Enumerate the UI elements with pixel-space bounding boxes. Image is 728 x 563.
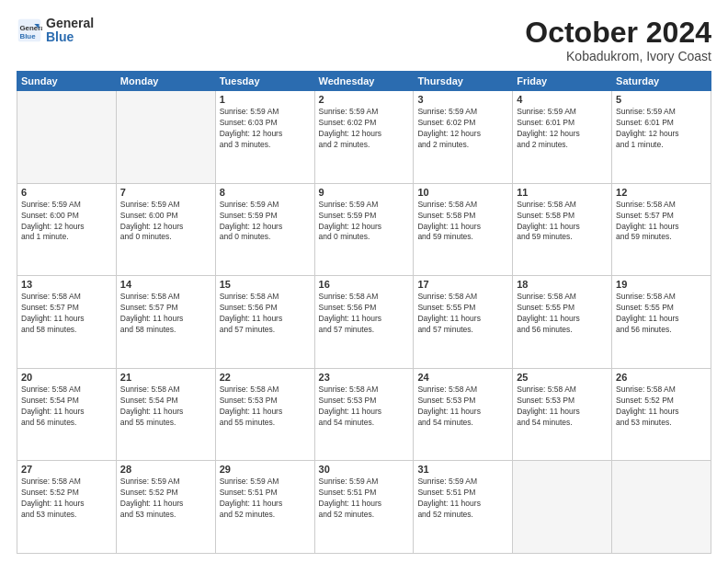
cell-w3-d1: 13Sunrise: 5:58 AM Sunset: 5:57 PM Dayli… xyxy=(17,276,117,369)
day-info: Sunrise: 5:59 AM Sunset: 5:59 PM Dayligh… xyxy=(319,200,410,244)
day-number: 21 xyxy=(120,372,211,383)
col-tuesday: Tuesday xyxy=(215,72,314,91)
day-number: 18 xyxy=(517,279,608,290)
day-info: Sunrise: 5:59 AM Sunset: 6:01 PM Dayligh… xyxy=(517,107,608,151)
cell-w5-d7 xyxy=(612,461,711,554)
cell-w4-d3: 22Sunrise: 5:58 AM Sunset: 5:53 PM Dayli… xyxy=(215,368,314,461)
day-number: 17 xyxy=(417,279,508,290)
day-info: Sunrise: 5:58 AM Sunset: 5:53 PM Dayligh… xyxy=(319,385,410,429)
day-info: Sunrise: 5:59 AM Sunset: 5:51 PM Dayligh… xyxy=(220,477,311,521)
day-number: 24 xyxy=(417,372,508,383)
cell-w4-d4: 23Sunrise: 5:58 AM Sunset: 5:53 PM Dayli… xyxy=(314,368,414,461)
cell-w5-d3: 29Sunrise: 5:59 AM Sunset: 5:51 PM Dayli… xyxy=(215,461,314,554)
day-info: Sunrise: 5:59 AM Sunset: 6:02 PM Dayligh… xyxy=(417,107,508,151)
cell-w3-d7: 19Sunrise: 5:58 AM Sunset: 5:55 PM Dayli… xyxy=(612,276,711,369)
col-thursday: Thursday xyxy=(414,72,513,91)
calendar-page: General Blue General Blue October 2024 K… xyxy=(0,0,728,563)
cell-w4-d1: 20Sunrise: 5:58 AM Sunset: 5:54 PM Dayli… xyxy=(17,368,117,461)
day-number: 1 xyxy=(220,94,311,105)
day-number: 4 xyxy=(517,94,608,105)
day-info: Sunrise: 5:58 AM Sunset: 5:57 PM Dayligh… xyxy=(616,200,707,244)
day-number: 25 xyxy=(517,372,608,383)
day-number: 10 xyxy=(417,187,508,198)
svg-text:Blue: Blue xyxy=(20,32,37,40)
cell-w2-d3: 8Sunrise: 5:59 AM Sunset: 5:59 PM Daylig… xyxy=(215,183,314,276)
main-title: October 2024 xyxy=(525,17,711,49)
day-info: Sunrise: 5:58 AM Sunset: 5:54 PM Dayligh… xyxy=(21,385,112,429)
calendar-header-row: Sunday Monday Tuesday Wednesday Thursday… xyxy=(17,72,711,91)
day-number: 29 xyxy=(220,464,311,475)
cell-w4-d5: 24Sunrise: 5:58 AM Sunset: 5:53 PM Dayli… xyxy=(414,368,513,461)
day-info: Sunrise: 5:59 AM Sunset: 6:02 PM Dayligh… xyxy=(319,107,410,151)
header: General Blue General Blue October 2024 K… xyxy=(17,17,711,63)
week-row-1: 1Sunrise: 5:59 AM Sunset: 6:03 PM Daylig… xyxy=(17,91,711,184)
day-info: Sunrise: 5:58 AM Sunset: 5:56 PM Dayligh… xyxy=(319,292,410,336)
day-info: Sunrise: 5:59 AM Sunset: 6:00 PM Dayligh… xyxy=(21,200,112,244)
day-number: 31 xyxy=(417,464,508,475)
day-info: Sunrise: 5:58 AM Sunset: 5:55 PM Dayligh… xyxy=(616,292,707,336)
cell-w4-d7: 26Sunrise: 5:58 AM Sunset: 5:52 PM Dayli… xyxy=(612,368,711,461)
day-number: 23 xyxy=(319,372,410,383)
day-number: 14 xyxy=(120,279,211,290)
cell-w4-d6: 25Sunrise: 5:58 AM Sunset: 5:53 PM Dayli… xyxy=(513,368,612,461)
day-number: 26 xyxy=(616,372,707,383)
cell-w1-d7: 5Sunrise: 5:59 AM Sunset: 6:01 PM Daylig… xyxy=(612,91,711,184)
day-number: 8 xyxy=(220,187,311,198)
cell-w3-d6: 18Sunrise: 5:58 AM Sunset: 5:55 PM Dayli… xyxy=(513,276,612,369)
cell-w5-d2: 28Sunrise: 5:59 AM Sunset: 5:52 PM Dayli… xyxy=(116,461,215,554)
cell-w3-d3: 15Sunrise: 5:58 AM Sunset: 5:56 PM Dayli… xyxy=(215,276,314,369)
cell-w4-d2: 21Sunrise: 5:58 AM Sunset: 5:54 PM Dayli… xyxy=(116,368,215,461)
day-info: Sunrise: 5:59 AM Sunset: 5:51 PM Dayligh… xyxy=(417,477,508,521)
col-sunday: Sunday xyxy=(17,72,117,91)
cell-w3-d4: 16Sunrise: 5:58 AM Sunset: 5:56 PM Dayli… xyxy=(314,276,414,369)
cell-w1-d1 xyxy=(17,91,117,184)
day-info: Sunrise: 5:59 AM Sunset: 5:52 PM Dayligh… xyxy=(120,477,211,521)
day-info: Sunrise: 5:58 AM Sunset: 5:53 PM Dayligh… xyxy=(517,385,608,429)
day-info: Sunrise: 5:59 AM Sunset: 5:59 PM Dayligh… xyxy=(220,200,311,244)
day-info: Sunrise: 5:58 AM Sunset: 5:58 PM Dayligh… xyxy=(517,200,608,244)
day-number: 12 xyxy=(616,187,707,198)
week-row-2: 6Sunrise: 5:59 AM Sunset: 6:00 PM Daylig… xyxy=(17,183,711,276)
cell-w5-d6 xyxy=(513,461,612,554)
day-info: Sunrise: 5:58 AM Sunset: 5:56 PM Dayligh… xyxy=(220,292,311,336)
week-row-5: 27Sunrise: 5:58 AM Sunset: 5:52 PM Dayli… xyxy=(17,461,711,554)
col-monday: Monday xyxy=(116,72,215,91)
cell-w3-d2: 14Sunrise: 5:58 AM Sunset: 5:57 PM Dayli… xyxy=(116,276,215,369)
day-info: Sunrise: 5:59 AM Sunset: 6:03 PM Dayligh… xyxy=(220,107,311,151)
col-saturday: Saturday xyxy=(612,72,711,91)
day-info: Sunrise: 5:58 AM Sunset: 5:55 PM Dayligh… xyxy=(417,292,508,336)
cell-w1-d2 xyxy=(116,91,215,184)
day-info: Sunrise: 5:59 AM Sunset: 5:51 PM Dayligh… xyxy=(319,477,410,521)
day-info: Sunrise: 5:59 AM Sunset: 6:00 PM Dayligh… xyxy=(120,200,211,244)
cell-w1-d3: 1Sunrise: 5:59 AM Sunset: 6:03 PM Daylig… xyxy=(215,91,314,184)
cell-w2-d1: 6Sunrise: 5:59 AM Sunset: 6:00 PM Daylig… xyxy=(17,183,117,276)
day-info: Sunrise: 5:58 AM Sunset: 5:54 PM Dayligh… xyxy=(120,385,211,429)
day-number: 19 xyxy=(616,279,707,290)
title-block: October 2024 Kobadukrom, Ivory Coast xyxy=(525,17,711,63)
cell-w5-d5: 31Sunrise: 5:59 AM Sunset: 5:51 PM Dayli… xyxy=(414,461,513,554)
day-number: 28 xyxy=(120,464,211,475)
day-info: Sunrise: 5:58 AM Sunset: 5:52 PM Dayligh… xyxy=(21,477,112,521)
cell-w2-d6: 11Sunrise: 5:58 AM Sunset: 5:58 PM Dayli… xyxy=(513,183,612,276)
cell-w2-d2: 7Sunrise: 5:59 AM Sunset: 6:00 PM Daylig… xyxy=(116,183,215,276)
day-info: Sunrise: 5:59 AM Sunset: 6:01 PM Dayligh… xyxy=(616,107,707,151)
day-number: 22 xyxy=(220,372,311,383)
cell-w2-d5: 10Sunrise: 5:58 AM Sunset: 5:58 PM Dayli… xyxy=(414,183,513,276)
logo-general-text: General xyxy=(46,17,94,30)
logo: General Blue General Blue xyxy=(17,17,94,45)
day-info: Sunrise: 5:58 AM Sunset: 5:57 PM Dayligh… xyxy=(120,292,211,336)
logo-text: General Blue xyxy=(46,17,94,45)
day-number: 11 xyxy=(517,187,608,198)
logo-icon: General Blue xyxy=(17,17,42,43)
subtitle: Kobadukrom, Ivory Coast xyxy=(525,49,711,63)
cell-w1-d5: 3Sunrise: 5:59 AM Sunset: 6:02 PM Daylig… xyxy=(414,91,513,184)
col-friday: Friday xyxy=(513,72,612,91)
cell-w2-d7: 12Sunrise: 5:58 AM Sunset: 5:57 PM Dayli… xyxy=(612,183,711,276)
day-number: 30 xyxy=(319,464,410,475)
cell-w5-d1: 27Sunrise: 5:58 AM Sunset: 5:52 PM Dayli… xyxy=(17,461,117,554)
day-number: 27 xyxy=(21,464,112,475)
cell-w3-d5: 17Sunrise: 5:58 AM Sunset: 5:55 PM Dayli… xyxy=(414,276,513,369)
day-number: 15 xyxy=(220,279,311,290)
day-info: Sunrise: 5:58 AM Sunset: 5:57 PM Dayligh… xyxy=(21,292,112,336)
day-number: 7 xyxy=(120,187,211,198)
